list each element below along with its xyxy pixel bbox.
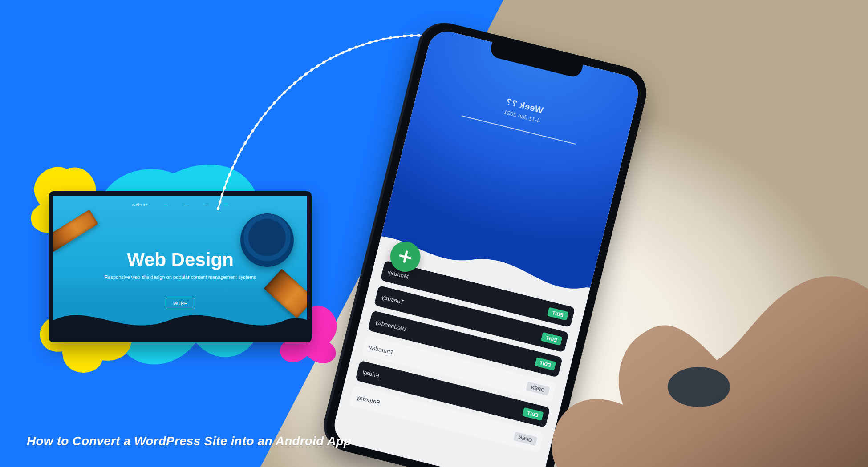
list-item-label: Saturday — [356, 394, 381, 406]
paint-brush-icon — [53, 209, 98, 252]
list-item-label: Wednesday — [374, 318, 407, 333]
list-item-label: Thursday — [368, 343, 394, 356]
tablet-nav: Website — — — — — [53, 203, 307, 207]
tablet-subtitle: Responsive web site design on popular co… — [80, 274, 280, 281]
tablet-screen: Website — — — — Web Design Responsive we… — [53, 196, 307, 338]
list-item-chip[interactable]: EDIT — [547, 307, 569, 321]
tablet-nav-item: — — [224, 203, 229, 207]
list-item-label: Tuesday — [381, 294, 405, 306]
tablet-mockup: Website — — — — Web Design Responsive we… — [49, 191, 312, 342]
phone-hero-subtitle: 4-11 Jan 2021 — [417, 87, 627, 146]
tablet-nav-item: — — [204, 203, 209, 207]
tablet-headline: Web Design — [53, 249, 307, 270]
list-item-chip[interactable]: EDIT — [535, 357, 556, 370]
tablet-nav-brand: Website — [132, 203, 148, 207]
tablet-nav-item: — — [184, 203, 188, 207]
list-item-label: Friday — [362, 369, 380, 379]
tablet-cta-button[interactable]: MORE — [166, 298, 195, 309]
list-item-chip[interactable]: OPEN — [513, 432, 538, 446]
list-item-chip[interactable]: EDIT — [541, 332, 563, 346]
phone-hero-title: Week ?? — [419, 75, 630, 137]
tablet-nav-item: — — [164, 203, 168, 207]
list-item-chip[interactable]: EDIT — [522, 407, 544, 421]
list-item-chip[interactable]: OPEN — [526, 382, 550, 396]
banner-caption: How to Convert a WordPress Site into an … — [27, 434, 351, 448]
